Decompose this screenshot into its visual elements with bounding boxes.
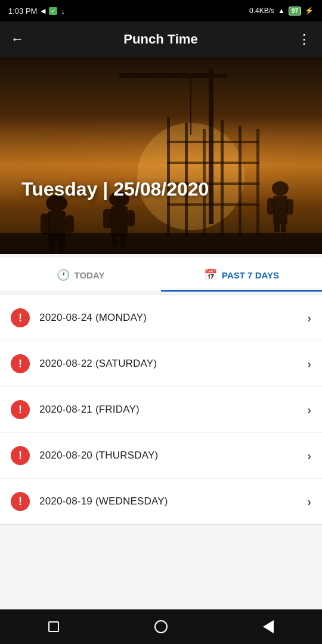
svg-rect-24 xyxy=(103,209,112,228)
download-icon: ↓ xyxy=(61,7,65,16)
triangle-back-icon xyxy=(263,620,274,633)
bottom-navigation xyxy=(0,609,322,644)
wifi-icon: ▲ xyxy=(278,7,285,15)
clock-icon: 🕐 xyxy=(57,268,70,281)
chevron-right-icon: › xyxy=(307,403,311,417)
svg-rect-13 xyxy=(167,162,259,164)
status-time: 1:03 PM ◀ ✓ ↓ xyxy=(8,7,65,16)
svg-point-1 xyxy=(137,123,244,230)
chevron-right-icon: › xyxy=(307,311,311,325)
svg-rect-32 xyxy=(274,223,280,233)
svg-rect-30 xyxy=(267,198,274,215)
back-button[interactable]: ← xyxy=(11,32,24,47)
svg-rect-31 xyxy=(286,199,293,215)
tabs-container: 🕐 TODAY 📅 PAST 7 DAYS xyxy=(0,258,322,292)
svg-rect-18 xyxy=(41,213,50,234)
list-item-date: 2020-08-24 (MONDAY) xyxy=(39,312,307,324)
time-text: 1:03 PM xyxy=(8,7,37,16)
home-button[interactable] xyxy=(147,612,175,641)
square-button[interactable] xyxy=(39,612,68,641)
square-icon xyxy=(48,621,59,632)
hero-date: Tuesday | 25/08/2020 xyxy=(0,178,322,200)
circle-icon xyxy=(154,620,168,633)
svg-rect-33 xyxy=(281,223,286,233)
signal-icon: ◀ xyxy=(41,7,45,15)
svg-rect-15 xyxy=(167,203,259,206)
chevron-right-icon: › xyxy=(307,357,311,371)
list-item[interactable]: ! 2020-08-24 (MONDAY) › xyxy=(0,295,322,341)
tab-today[interactable]: 🕐 TODAY xyxy=(0,258,161,292)
back-nav-button[interactable] xyxy=(254,612,283,641)
chevron-right-icon: › xyxy=(307,449,311,463)
tab-past7days[interactable]: 📅 PAST 7 DAYS xyxy=(161,258,322,292)
calendar-icon: 📅 xyxy=(204,268,217,281)
alert-icon: ! xyxy=(11,400,30,419)
menu-button[interactable]: ⋮ xyxy=(298,32,311,47)
list-item[interactable]: ! 2020-08-22 (SATURDAY) › xyxy=(0,341,322,387)
svg-rect-23 xyxy=(111,206,128,237)
svg-rect-19 xyxy=(66,215,74,233)
alert-icon: ! xyxy=(11,446,30,465)
page-title: Punch Time xyxy=(24,32,298,47)
list-item-date: 2020-08-21 (FRIDAY) xyxy=(39,404,307,416)
hero-banner: Tuesday | 25/08/2020 xyxy=(0,57,322,254)
status-icons: 0.4KB/s ▲ 97 ⚡ xyxy=(249,7,314,16)
svg-rect-12 xyxy=(167,141,259,143)
tab-past7days-label: PAST 7 DAYS xyxy=(222,270,279,280)
alert-icon: ! xyxy=(11,492,30,511)
date-list: ! 2020-08-24 (MONDAY) › ! 2020-08-22 (SA… xyxy=(0,295,322,525)
alert-icon: ! xyxy=(11,308,30,327)
list-item-date: 2020-08-20 (THURSDAY) xyxy=(39,450,307,462)
chevron-right-icon: › xyxy=(307,495,311,509)
tab-today-label: TODAY xyxy=(75,270,105,280)
status-bar: 1:03 PM ◀ ✓ ↓ 0.4KB/s ▲ 97 ⚡ xyxy=(0,0,322,21)
alert-icon: ! xyxy=(11,354,30,373)
svg-rect-34 xyxy=(0,233,322,254)
svg-rect-6 xyxy=(167,117,170,236)
top-navigation: ← Punch Time ⋮ xyxy=(0,21,322,57)
charging-icon: ⚡ xyxy=(305,7,314,15)
network-icon: ✓ xyxy=(49,7,57,15)
list-item-date: 2020-08-22 (SATURDAY) xyxy=(39,358,307,370)
battery-icon: 97 xyxy=(289,7,301,16)
hero-silhouette xyxy=(0,57,322,254)
list-item[interactable]: ! 2020-08-19 (WEDNESDAY) › xyxy=(0,479,322,524)
svg-rect-25 xyxy=(127,210,135,227)
list-item[interactable]: ! 2020-08-20 (THURSDAY) › xyxy=(0,433,322,479)
speed-text: 0.4KB/s xyxy=(249,7,274,15)
list-item-date: 2020-08-19 (WEDNESDAY) xyxy=(39,496,307,507)
list-item[interactable]: ! 2020-08-21 (FRIDAY) › xyxy=(0,387,322,433)
svg-rect-2 xyxy=(209,69,213,224)
